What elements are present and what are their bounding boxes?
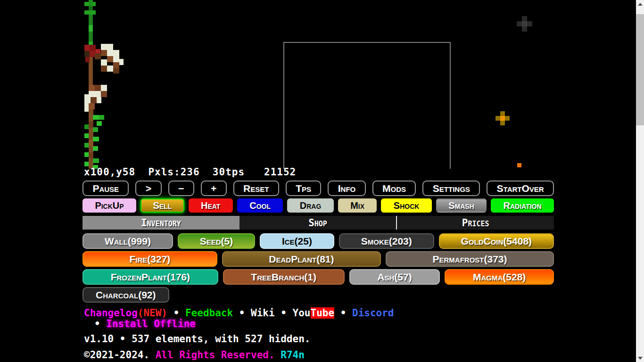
reset-button[interactable]: Reset — [233, 181, 279, 196]
plant-pixel — [89, 32, 93, 41]
element-goldcoin-button[interactable]: GoldCoin(5408) — [439, 233, 554, 249]
element-smoke-button[interactable]: Smoke(203) — [339, 233, 434, 249]
element-seed-button[interactable]: Seed(5) — [178, 233, 255, 249]
app-root: x100,y58 Pxls:236 30tps 21152 Pause>−+Re… — [0, 0, 644, 362]
-button[interactable]: + — [201, 181, 227, 196]
tps-button[interactable]: Tps — [286, 181, 322, 196]
tool-shock-button[interactable]: Shock — [381, 198, 431, 213]
plant-pixel — [84, 124, 89, 129]
brush-cursor-pixel — [527, 21, 532, 26]
tool-sell-button[interactable]: Sell — [140, 198, 184, 213]
plant-pixel — [101, 91, 107, 97]
element-ash-button[interactable]: Ash(57) — [349, 269, 440, 285]
brush-cursor-pixel — [522, 16, 527, 21]
plant-pixel — [93, 158, 99, 163]
plant-pixel — [89, 25, 93, 32]
plant-pixel — [113, 62, 119, 68]
link-separator: • — [334, 307, 352, 319]
link-you[interactable]: You — [293, 307, 311, 319]
element-ice-button[interactable]: Ice(25) — [260, 233, 334, 249]
brush-cursor-pixel — [522, 21, 527, 26]
-button[interactable]: − — [168, 181, 194, 196]
inventory-row: Charcoal(92) — [83, 287, 554, 303]
link-separator: • — [167, 307, 185, 319]
tab-prices[interactable]: Prices — [396, 216, 554, 230]
plant-pixel — [97, 97, 101, 103]
arrow-down-icon — [638, 357, 643, 360]
link-tube[interactable]: Tube — [311, 307, 335, 319]
plant-pixel — [101, 85, 107, 91]
link-separator: • — [94, 318, 106, 329]
links-bar: Changelog(NEW) • Feedback • Wiki • YouTu… — [84, 308, 554, 329]
tool-drag-button[interactable]: Drag — [287, 198, 333, 213]
tools-row: PickUpSellHeatCoolDragMixShockSmashRadia… — [83, 198, 554, 213]
particle-pixel — [500, 116, 505, 121]
scrollbar-thumb[interactable] — [636, 14, 644, 125]
plant-pixel — [91, 97, 97, 103]
element-charcoal-button[interactable]: Charcoal(92) — [83, 287, 169, 303]
plant-pixel — [84, 51, 90, 57]
tool-smash-button[interactable]: Smash — [436, 198, 487, 213]
inventory-row: Fire(327)DeadPlant(81)Permafrost(373) — [83, 251, 554, 267]
tool-heat-button[interactable]: Heat — [189, 198, 233, 213]
element-magma-button[interactable]: Magma(528) — [445, 269, 554, 285]
element-frozenplant-button[interactable]: FrozenPlant(176) — [83, 269, 218, 285]
game-canvas[interactable] — [0, 0, 636, 170]
link-install-offline[interactable]: Install Offline — [106, 318, 196, 329]
controls-row: Pause>−+ResetTpsInfoModsSettingsStartOve… — [83, 181, 554, 196]
link-discord[interactable]: Discord — [352, 307, 394, 319]
startover-button[interactable]: StartOver — [487, 181, 554, 196]
plant-pixel — [89, 0, 93, 7]
plant-pixel — [93, 137, 99, 141]
copyright-segment[interactable]: R74n — [281, 349, 305, 361]
brush-cursor-pixel — [517, 21, 522, 26]
particle-pixel — [500, 121, 505, 125]
tool-mix-button[interactable]: Mix — [338, 198, 377, 213]
element-treebranch-button[interactable]: TreeBranch(1) — [223, 269, 345, 285]
plant-pixel — [101, 66, 107, 72]
element-fire-button[interactable]: Fire(327) — [83, 251, 217, 267]
inventory-grid: Wall(999)Seed(5)Ice(25)Smoke(203)GoldCoi… — [83, 233, 554, 305]
mods-button[interactable]: Mods — [372, 181, 416, 196]
tab-shop[interactable]: Shop — [239, 216, 396, 230]
plant-pixel — [84, 152, 89, 157]
link-changelog[interactable]: Changelog — [84, 307, 138, 319]
scroll-down-button[interactable] — [636, 354, 644, 362]
info-button[interactable]: Info — [328, 181, 365, 196]
scrollbar-track[interactable] — [636, 0, 644, 362]
copyright-segment: All Rights Reserved. — [156, 349, 281, 361]
tool-cool-button[interactable]: Cool — [237, 198, 283, 213]
plant-pixel — [93, 115, 99, 120]
plant-pixel — [97, 121, 102, 126]
pause-button[interactable]: Pause — [83, 181, 129, 196]
plant-pixel — [95, 53, 101, 59]
element-wall-button[interactable]: Wall(999) — [83, 233, 173, 249]
settings-button[interactable]: Settings — [422, 181, 480, 196]
scroll-up-button[interactable] — [636, 0, 644, 8]
link-new[interactable]: (NEW) — [138, 307, 167, 319]
-button[interactable]: > — [135, 181, 161, 196]
plant-pixel — [89, 152, 93, 158]
plant-pixel — [93, 146, 98, 151]
particle-pixel — [505, 116, 510, 121]
element-permafrost-button[interactable]: Permafrost(373) — [386, 251, 554, 267]
copyright-text: ©2021-2024. All Rights Reserved. R74n — [84, 349, 305, 361]
plant-pixel — [84, 133, 89, 138]
arrow-up-icon — [638, 3, 643, 6]
link-wiki[interactable]: Wiki — [251, 307, 275, 319]
tool-radiation-button[interactable]: Radiation — [491, 198, 554, 213]
plant-pixel — [89, 85, 95, 91]
plant-pixel — [84, 107, 89, 112]
link-feedback[interactable]: Feedback — [185, 307, 233, 319]
element-deadplant-button[interactable]: DeadPlant(81) — [222, 251, 381, 267]
plant-pixel — [95, 85, 101, 91]
tool-pickup-button[interactable]: PickUp — [83, 198, 136, 213]
plant-pixel — [84, 10, 96, 15]
plant-pixel — [84, 162, 89, 166]
plant-pixel — [95, 91, 101, 97]
version-text: v1.10 • 537 elements, with 527 hidden. — [84, 333, 310, 345]
plant-pixel — [89, 103, 95, 109]
particle-pixel — [495, 116, 500, 121]
tab-inventory[interactable]: Inventory — [83, 216, 239, 230]
plant-pixel — [84, 143, 89, 148]
